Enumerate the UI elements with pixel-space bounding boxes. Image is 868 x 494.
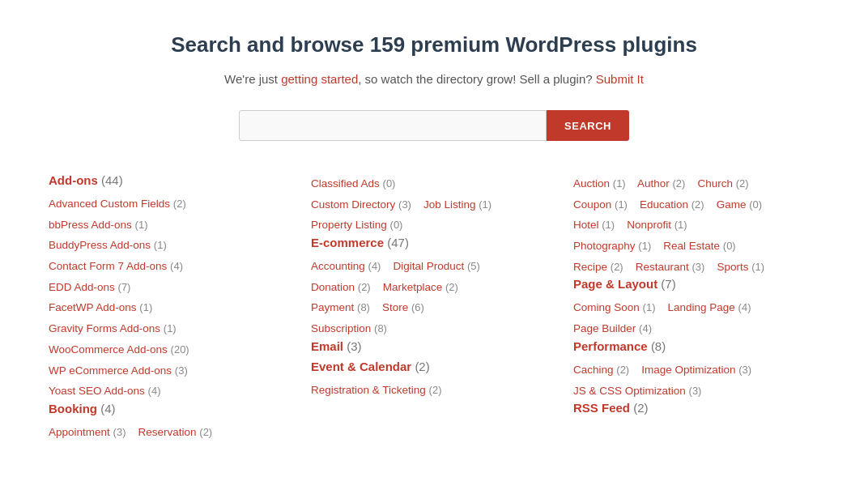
- section-email: Email (3): [311, 339, 557, 353]
- list-item: Yoast SEO Add-ons (4): [49, 381, 295, 402]
- list-item: EDD Add-ons (7): [49, 277, 295, 298]
- list-item: Advanced Custom Fields (2): [49, 194, 295, 215]
- section-items-booking: Appointment (3) Reservation (2): [49, 422, 295, 443]
- search-input[interactable]: [239, 110, 547, 141]
- section-heading-page-layout: Page & Layout (7): [573, 277, 819, 291]
- list-item: Recipe (2) Restaurant (3) Sports (1): [573, 257, 819, 278]
- section-add-ons: Add-ons (44) Advanced Custom Fields (2) …: [49, 173, 295, 402]
- section-directory: Classified Ads (0) Custom Directory (3) …: [311, 173, 557, 236]
- submit-it-link[interactable]: Submit It: [596, 72, 644, 86]
- search-bar: SEARCH: [49, 110, 819, 141]
- section-items-ecommerce: Accounting (4) Digital Product (5) Donat…: [311, 256, 557, 339]
- list-item: Classified Ads (0): [311, 173, 557, 194]
- list-item: Hotel (1) Nonprofit (1): [573, 215, 819, 236]
- list-item: Appointment (3) Reservation (2): [49, 422, 295, 443]
- list-item: Registration & Ticketing (2): [311, 380, 557, 401]
- list-item: Caching (2) Image Optimization (3): [573, 360, 819, 381]
- list-item: BuddyPress Add-ons (1): [49, 235, 295, 256]
- column-3: Auction (1) Author (2) Church (2) Coupon…: [573, 173, 819, 443]
- search-button[interactable]: SEARCH: [547, 110, 629, 141]
- list-item: Photography (1) Real Estate (0): [573, 236, 819, 257]
- list-item: Custom Directory (3) Job Listing (1): [311, 194, 557, 215]
- page-title: Search and browse 159 premium WordPress …: [49, 32, 819, 57]
- list-item: Property Listing (0): [311, 215, 557, 236]
- list-item: Subscription (8): [311, 318, 557, 339]
- section-heading-rss-feed: RSS Feed (2): [573, 401, 819, 415]
- list-item: Coupon (1) Education (2) Game (0): [573, 194, 819, 215]
- section-heading-booking: Booking (4): [49, 402, 295, 415]
- subtitle: We're just getting started, so watch the…: [49, 72, 819, 86]
- subtitle-pre: We're just: [224, 72, 281, 86]
- section-heading-add-ons: Add-ons (44): [49, 173, 295, 187]
- column-2: Classified Ads (0) Custom Directory (3) …: [311, 173, 557, 443]
- list-item: WP eCommerce Add-ons (3): [49, 360, 295, 381]
- list-item: Auction (1) Author (2) Church (2): [573, 173, 819, 194]
- category-columns: Add-ons (44) Advanced Custom Fields (2) …: [49, 173, 819, 443]
- list-item: Page Builder (4): [573, 318, 819, 339]
- section-event-calendar: Event & Calendar (2) Registration & Tick…: [311, 360, 557, 401]
- subtitle-mid: , so watch the directory grow! Sell a pl…: [358, 72, 595, 86]
- list-item: WooCommerce Add-ons (20): [49, 339, 295, 360]
- list-item: Coming Soon (1) Landing Page (4): [573, 297, 819, 318]
- section-heading-ecommerce: E-commerce (47): [311, 236, 557, 249]
- section-items-add-ons: Advanced Custom Fields (2) bbPress Add-o…: [49, 194, 295, 402]
- getting-started-link[interactable]: getting started: [281, 72, 358, 86]
- section-heading-performance: Performance (8): [573, 339, 819, 353]
- section-page-layout: Page & Layout (7) Coming Soon (1) Landin…: [573, 277, 819, 339]
- list-item: Donation (2) Marketplace (2): [311, 277, 557, 298]
- list-item: Contact Form 7 Add-ons (4): [49, 256, 295, 277]
- section-heading-event-calendar: Event & Calendar (2): [311, 360, 557, 373]
- list-item: Gravity Forms Add-ons (1): [49, 318, 295, 339]
- column-1: Add-ons (44) Advanced Custom Fields (2) …: [49, 173, 295, 443]
- section-rss-feed: RSS Feed (2): [573, 401, 819, 415]
- list-item: Payment (8) Store (6): [311, 297, 557, 318]
- list-item: bbPress Add-ons (1): [49, 215, 295, 236]
- list-item: FacetWP Add-ons (1): [49, 297, 295, 318]
- section-niche: Auction (1) Author (2) Church (2) Coupon…: [573, 173, 819, 277]
- section-performance: Performance (8) Caching (2) Image Optimi…: [573, 339, 819, 401]
- list-item: Accounting (4) Digital Product (5): [311, 256, 557, 277]
- section-ecommerce: E-commerce (47) Accounting (4) Digital P…: [311, 236, 557, 339]
- section-heading-email: Email (3): [311, 339, 557, 353]
- section-booking: Booking (4) Appointment (3) Reservation …: [49, 402, 295, 443]
- list-item: JS & CSS Optimization (3): [573, 381, 819, 402]
